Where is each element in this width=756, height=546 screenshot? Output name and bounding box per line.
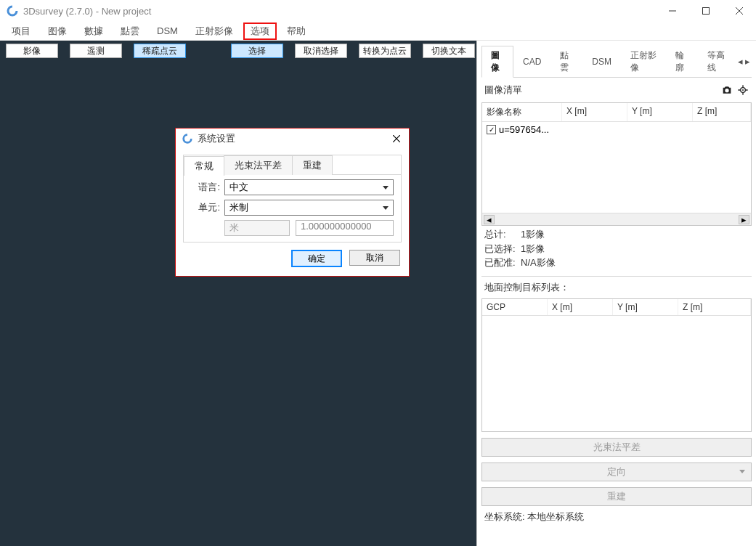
side-tab-contour[interactable]: 輪廓 bbox=[666, 46, 698, 77]
th-gcp-y[interactable]: Y [m] bbox=[613, 299, 678, 315]
dialog-app-icon bbox=[182, 133, 193, 144]
gcp-heading: 地面控制目标列表： bbox=[481, 281, 752, 298]
chevron-down-icon bbox=[739, 470, 745, 473]
stat-selected-value: 1影像 bbox=[521, 243, 545, 254]
unit-sub-value: 米 bbox=[229, 221, 239, 235]
image-table: 影像名称 X [m] Y [m] Z [m] ✓ u=597654... ◂ ▸ bbox=[481, 102, 752, 226]
side-tab-ortho[interactable]: 正射影像 bbox=[621, 46, 666, 77]
side-tabs: 圖像 CAD 點雲 DSM 正射影像 輪廓 等高线 ◂ ▸ bbox=[481, 45, 752, 78]
view-toolbar: 影像 遥测 稀疏点云 选择 取消选择 转换为点云 切换文本 bbox=[0, 41, 476, 61]
language-label: 语言: bbox=[191, 181, 220, 194]
image-list-heading: 圖像清單 bbox=[484, 83, 522, 97]
dialog-tab-reconstruct[interactable]: 重建 bbox=[292, 155, 333, 175]
stat-total-label: 总计: bbox=[484, 227, 521, 242]
menu-help[interactable]: 帮助 bbox=[280, 23, 313, 40]
scroll-right-icon[interactable]: ▸ bbox=[739, 215, 749, 224]
svg-rect-0 bbox=[703, 8, 710, 15]
tab-scroll-right[interactable]: ▸ bbox=[744, 54, 752, 68]
row-checkbox[interactable]: ✓ bbox=[487, 125, 496, 134]
viewport-wrap: 影像 遥测 稀疏点云 选择 取消选择 转换为点云 切换文本 系统设置 常规 光束… bbox=[0, 41, 476, 546]
system-settings-dialog: 系统设置 常规 光束法平差 重建 语言: 中文 bbox=[175, 128, 410, 277]
image-stats: 总计:1影像 已选择:1影像 已配准:N/A影像 bbox=[481, 226, 752, 272]
units-label: 单元: bbox=[191, 201, 220, 214]
th-gcp-x[interactable]: X [m] bbox=[548, 299, 613, 315]
units-value: 米制 bbox=[229, 201, 248, 214]
coord-system-value: 本地坐标系统 bbox=[527, 511, 584, 522]
units-select[interactable]: 米制 bbox=[224, 200, 394, 216]
minimize-button[interactable] bbox=[656, 0, 689, 22]
dialog-close-button[interactable] bbox=[390, 132, 403, 145]
side-tab-cad[interactable]: CAD bbox=[513, 53, 550, 70]
maximize-button[interactable] bbox=[689, 0, 723, 22]
menu-pointcloud[interactable]: 點雲 bbox=[113, 23, 147, 40]
dialog-tab-bundle[interactable]: 光束法平差 bbox=[224, 155, 293, 175]
svg-point-2 bbox=[742, 89, 744, 91]
tab-scroll-left[interactable]: ◂ bbox=[736, 54, 744, 68]
tool-deselect[interactable]: 取消选择 bbox=[295, 44, 347, 58]
th-y[interactable]: Y [m] bbox=[627, 103, 693, 121]
tool-select[interactable]: 选择 bbox=[231, 44, 283, 58]
dialog-title: 系统设置 bbox=[198, 132, 390, 145]
target-icon[interactable] bbox=[737, 84, 749, 96]
gcp-table: GCP X [m] Y [m] Z [m] bbox=[481, 298, 752, 432]
stat-aligned-value: N/A影像 bbox=[521, 257, 556, 268]
tool-convert[interactable]: 转换为点云 bbox=[359, 44, 411, 58]
app-icon bbox=[6, 4, 19, 17]
tool-sparse[interactable]: 稀疏点云 bbox=[134, 44, 186, 58]
tool-telemetry[interactable]: 遥测 bbox=[70, 44, 122, 58]
menubar: 项目 图像 數據 點雲 DSM 正射影像 选项 帮助 bbox=[0, 22, 756, 41]
tool-image[interactable]: 影像 bbox=[6, 44, 58, 58]
side-tab-isoline[interactable]: 等高线 bbox=[698, 46, 736, 77]
stat-selected-label: 已选择: bbox=[484, 242, 521, 256]
side-tab-image[interactable]: 圖像 bbox=[481, 46, 513, 78]
dialog-titlebar: 系统设置 bbox=[176, 129, 409, 149]
reconstruct-button[interactable]: 重建 bbox=[481, 487, 752, 506]
th-name[interactable]: 影像名称 bbox=[482, 103, 562, 121]
menu-image[interactable]: 图像 bbox=[41, 23, 74, 40]
unit-numeric-input[interactable]: 1.000000000000 bbox=[296, 220, 394, 236]
close-button[interactable] bbox=[723, 0, 756, 22]
bundle-adjust-button[interactable]: 光束法平差 bbox=[481, 438, 752, 457]
window-title: 3Dsurvey (2.7.0) - New project bbox=[23, 6, 656, 17]
side-tab-dsm[interactable]: DSM bbox=[582, 53, 621, 70]
menu-data[interactable]: 數據 bbox=[77, 23, 110, 40]
horizontal-scrollbar[interactable]: ◂ ▸ bbox=[482, 213, 751, 225]
side-tab-pointcloud[interactable]: 點雲 bbox=[550, 46, 582, 77]
titlebar: 3Dsurvey (2.7.0) - New project bbox=[0, 0, 756, 22]
side-panel: 圖像 CAD 點雲 DSM 正射影像 輪廓 等高线 ◂ ▸ 圖像清單 影像名称 … bbox=[476, 41, 756, 546]
coord-system-label: 坐标系统: bbox=[484, 511, 525, 522]
tool-toggle-text[interactable]: 切换文本 bbox=[423, 44, 475, 58]
chevron-down-icon bbox=[383, 186, 389, 190]
menu-project[interactable]: 项目 bbox=[4, 23, 38, 40]
th-x[interactable]: X [m] bbox=[562, 103, 627, 121]
menu-dsm[interactable]: DSM bbox=[150, 23, 185, 38]
th-gcp-z[interactable]: Z [m] bbox=[678, 299, 751, 315]
th-gcp[interactable]: GCP bbox=[482, 299, 548, 315]
row-image-name: u=597654... bbox=[499, 124, 549, 135]
menu-options[interactable]: 选项 bbox=[243, 23, 277, 40]
orient-button[interactable]: 定向 bbox=[481, 463, 752, 481]
menu-ortho[interactable]: 正射影像 bbox=[188, 23, 240, 40]
chevron-down-icon bbox=[383, 206, 389, 210]
table-row[interactable]: ✓ u=597654... bbox=[482, 122, 751, 137]
dialog-tab-general[interactable]: 常规 bbox=[184, 156, 224, 176]
stat-aligned-label: 已配准: bbox=[484, 256, 521, 270]
main-area: 影像 遥测 稀疏点云 选择 取消选择 转换为点云 切换文本 系统设置 常规 光束… bbox=[0, 41, 756, 546]
dialog-tabs: 常规 光束法平差 重建 bbox=[184, 155, 401, 175]
language-select[interactable]: 中文 bbox=[224, 179, 394, 195]
language-value: 中文 bbox=[229, 181, 248, 194]
unit-sub-select: 米 bbox=[224, 220, 290, 236]
dialog-cancel-button[interactable]: 取消 bbox=[349, 250, 400, 266]
stat-total-value: 1影像 bbox=[521, 229, 545, 240]
scroll-left-icon[interactable]: ◂ bbox=[484, 215, 495, 224]
th-z[interactable]: Z [m] bbox=[693, 103, 751, 121]
camera-icon[interactable] bbox=[721, 84, 733, 96]
dialog-ok-button[interactable]: 确定 bbox=[291, 250, 342, 267]
